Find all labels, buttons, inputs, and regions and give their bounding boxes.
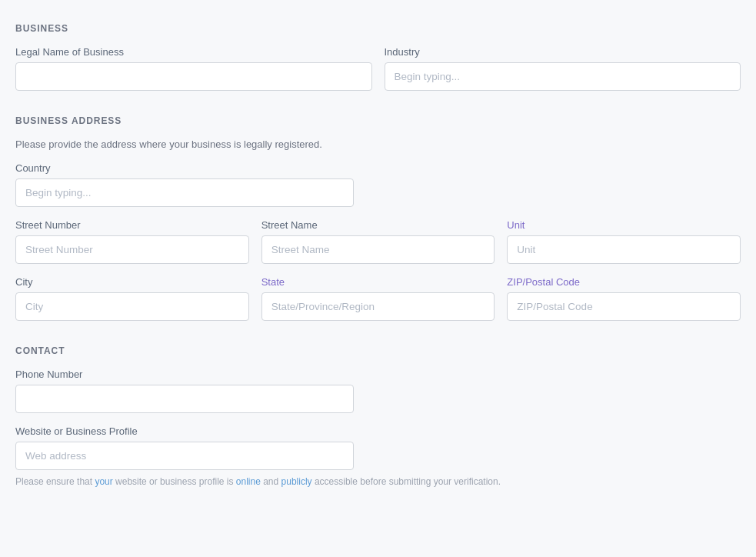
unit-field-group: Unit: [507, 219, 741, 264]
city-input[interactable]: [15, 292, 249, 321]
contact-section: CONTACT Phone Number Website or Business…: [15, 345, 741, 487]
business-section: BUSINESS Legal Name of Business Industry: [15, 23, 741, 91]
country-label: Country: [15, 162, 741, 174]
publicly-link: publicly: [281, 476, 312, 487]
legal-name-input[interactable]: [15, 62, 372, 91]
website-label: Website or Business Profile: [15, 425, 741, 437]
street-name-field-group: Street Name: [261, 219, 495, 264]
phone-field-group: Phone Number: [15, 369, 741, 413]
zip-field-group: ZIP/Postal Code: [507, 276, 741, 321]
website-footer-note: Please ensure that your website or busin…: [15, 476, 741, 487]
industry-label: Industry: [385, 46, 741, 58]
street-name-label: Street Name: [261, 219, 495, 231]
street-row: Street Number Street Name Unit: [15, 219, 741, 264]
your-link: your: [95, 476, 112, 487]
street-number-field-group: Street Number: [15, 219, 249, 264]
country-field-group: Country: [15, 162, 741, 207]
city-state-zip-row: City State ZIP/Postal Code: [15, 276, 741, 321]
city-field-group: City: [15, 276, 249, 321]
zip-input[interactable]: [507, 292, 741, 321]
business-top-row: Legal Name of Business Industry: [15, 46, 741, 91]
street-number-input[interactable]: [15, 235, 249, 264]
phone-input[interactable]: [15, 385, 354, 413]
zip-label: ZIP/Postal Code: [507, 276, 741, 288]
business-address-description: Please provide the address where your bu…: [15, 138, 741, 150]
website-input[interactable]: [15, 442, 354, 470]
business-address-section: BUSINESS ADDRESS Please provide the addr…: [15, 115, 741, 321]
phone-label: Phone Number: [15, 369, 741, 380]
legal-name-label: Legal Name of Business: [15, 46, 372, 58]
website-field-group: Website or Business Profile Please ensur…: [15, 425, 741, 487]
business-address-section-title: BUSINESS ADDRESS: [15, 115, 741, 126]
industry-input[interactable]: [385, 62, 741, 91]
street-name-input[interactable]: [261, 235, 495, 264]
country-input[interactable]: [15, 178, 354, 207]
state-label: State: [261, 276, 495, 288]
online-link: online: [236, 476, 261, 487]
industry-field-group: Industry: [385, 46, 741, 91]
unit-label: Unit: [507, 219, 741, 231]
legal-name-field-group: Legal Name of Business: [15, 46, 372, 91]
contact-section-title: CONTACT: [15, 345, 741, 356]
unit-input[interactable]: [507, 235, 741, 264]
state-field-group: State: [261, 276, 495, 321]
city-label: City: [15, 276, 249, 288]
state-input[interactable]: [261, 292, 495, 321]
business-section-title: BUSINESS: [15, 23, 741, 34]
street-number-label: Street Number: [15, 219, 249, 231]
